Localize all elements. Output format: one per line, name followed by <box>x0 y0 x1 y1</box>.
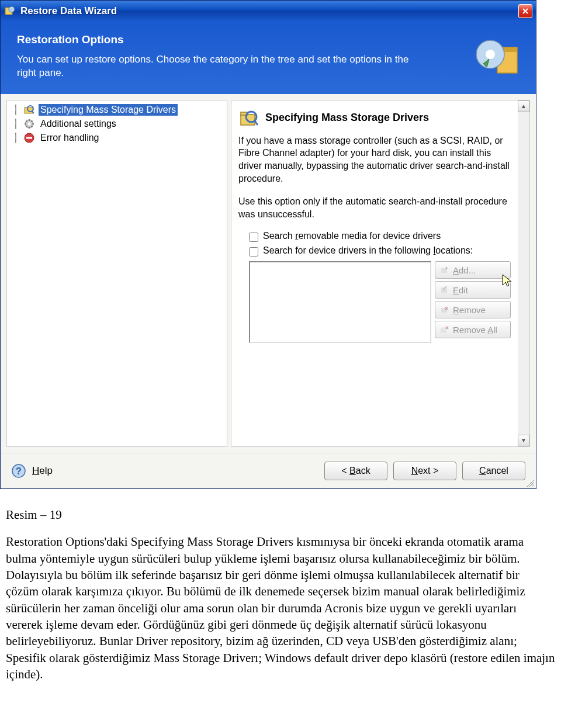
restore-icon <box>4 5 16 17</box>
close-button[interactable] <box>518 4 532 18</box>
gear-icon <box>23 118 35 130</box>
article-body: Restoration Options'daki Specifying Mass… <box>6 533 555 682</box>
magnifier-folder-icon <box>238 108 259 129</box>
svg-point-1 <box>9 6 15 12</box>
header-title: Restoration Options <box>17 33 520 46</box>
error-icon <box>23 132 35 144</box>
checkbox-input[interactable] <box>249 247 258 256</box>
window-title: Restore Data Wizard <box>20 5 518 17</box>
cancel-button[interactable]: Cancel <box>462 462 525 480</box>
edit-icon <box>440 285 449 294</box>
help-label: Help <box>32 465 53 477</box>
remove-button[interactable]: Remove <box>435 301 511 318</box>
remove-all-icon <box>440 325 449 334</box>
vertical-scrollbar[interactable]: ▲ ▼ <box>518 100 529 446</box>
checkbox-search-locations[interactable]: Search for device drivers in the followi… <box>249 245 525 256</box>
button-label: Add... <box>453 265 476 275</box>
svg-rect-12 <box>26 137 32 138</box>
wizard-window: Restore Data Wizard Restoration Options … <box>0 0 536 489</box>
titlebar[interactable]: Restore Data Wizard <box>1 1 536 22</box>
article-caption: Resim – 19 <box>6 507 555 523</box>
header-description: You can set up restore options. Choose t… <box>17 53 426 80</box>
tree-connector-icon <box>12 105 20 115</box>
locations-area: Add... Edit Remove Remove All <box>249 261 525 343</box>
header-panel: Restoration Options You can set up resto… <box>1 22 536 94</box>
article-text: Resim – 19 Restoration Options'daki Spec… <box>0 489 561 710</box>
wizard-icon <box>473 37 520 78</box>
svg-point-10 <box>28 122 31 125</box>
remove-icon <box>440 305 449 314</box>
tree-connector-icon <box>12 119 20 129</box>
detail-paragraph-1: If you have a mass storage controller (s… <box>238 134 525 185</box>
help-link[interactable]: ? Help <box>11 463 53 479</box>
resize-grip-icon[interactable] <box>527 479 535 487</box>
category-tree[interactable]: Specifying Mass Storage Drivers Addition… <box>6 100 227 447</box>
tree-item-label: Additional settings <box>39 118 118 130</box>
button-label: Remove <box>453 305 486 315</box>
locations-buttons: Add... Edit Remove Remove All <box>435 261 511 343</box>
checkbox-input[interactable] <box>249 233 258 242</box>
svg-text:?: ? <box>16 466 22 476</box>
tree-item-error-handling[interactable]: Error handling <box>9 131 224 145</box>
mouse-cursor-icon <box>501 273 513 289</box>
tree-connector-icon <box>12 133 20 143</box>
add-button[interactable]: Add... <box>435 261 511 279</box>
magnifier-folder-icon <box>23 104 35 116</box>
checkbox-label: Search removable media for device driver… <box>263 231 441 241</box>
detail-title: Specifying Mass Storage Drivers <box>265 112 429 124</box>
content-area: Specifying Mass Storage Drivers Addition… <box>1 94 536 453</box>
detail-panel: ▲ ▼ Specifying Mass Storage Drivers If y… <box>231 100 530 447</box>
svg-point-5 <box>486 50 495 59</box>
next-button[interactable]: Next > <box>393 462 456 480</box>
svg-rect-21 <box>442 327 447 331</box>
detail-paragraph-2: Use this option only if the automatic se… <box>238 195 525 220</box>
tree-item-label: Specifying Mass Storage Drivers <box>39 104 178 116</box>
footer-bar: ? Help < Back Next > Cancel <box>1 453 536 488</box>
tree-item-label: Error handling <box>39 132 101 144</box>
scroll-up-button[interactable]: ▲ <box>518 100 529 112</box>
detail-header: Specifying Mass Storage Drivers <box>238 108 525 129</box>
edit-button[interactable]: Edit <box>435 281 511 299</box>
scroll-down-button[interactable]: ▼ <box>518 435 529 446</box>
help-icon: ? <box>11 463 26 479</box>
button-label: Edit <box>453 285 468 295</box>
tree-item-additional-settings[interactable]: Additional settings <box>9 117 224 131</box>
checkbox-search-removable[interactable]: Search removable media for device driver… <box>249 231 525 242</box>
tree-item-mass-storage[interactable]: Specifying Mass Storage Drivers <box>9 103 224 117</box>
button-label: Remove All <box>453 325 497 335</box>
checkbox-label: Search for device drivers in the followi… <box>263 245 473 256</box>
remove-all-button[interactable]: Remove All <box>435 321 511 338</box>
back-button[interactable]: < Back <box>324 462 387 480</box>
add-icon <box>440 265 449 275</box>
locations-listbox[interactable] <box>249 261 431 343</box>
